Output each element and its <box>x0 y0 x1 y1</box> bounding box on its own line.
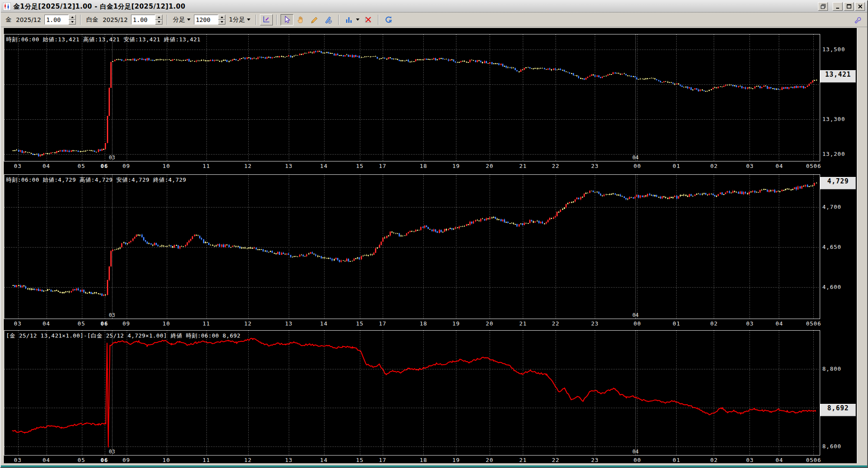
date-label: 03 <box>109 155 115 161</box>
spread-readout: [金 25/12 13,421×1.00]-[白金 25/12 4,729×1.… <box>6 332 240 340</box>
window-title: 金1分足[2025/12]1.00 - 白金1分足[2025/12]1.00 <box>13 3 185 11</box>
close-button[interactable] <box>855 2 865 11</box>
bar-count-down-button[interactable] <box>218 20 225 25</box>
time-axis-label: 04 <box>775 457 783 463</box>
bar-count-up-button[interactable] <box>218 15 225 20</box>
time-axis-label: 09 <box>122 320 130 327</box>
minimize-button[interactable] <box>833 2 843 11</box>
current-price-tag: 13,421 <box>820 70 856 83</box>
time-axis-label: 04 <box>775 163 783 169</box>
time-axis-label: 22 <box>552 457 560 463</box>
time-axis-label: 10 <box>162 320 170 327</box>
current-price-tag: 4,729 <box>820 177 856 189</box>
time-axis-label: 23 <box>591 320 599 327</box>
time-axis-label: 13 <box>285 457 293 463</box>
toolbar-separator <box>256 15 256 25</box>
platinum-1min-series <box>4 175 820 319</box>
bar-type-dropdown[interactable]: 分足 <box>173 16 190 24</box>
time-axis-label: 21 <box>519 457 527 463</box>
cursor-icon <box>283 15 291 24</box>
time-axis-label: 15 <box>356 163 364 169</box>
time-axis-label: 01 <box>673 320 681 327</box>
time-axis-label: 00 <box>634 163 641 169</box>
time-axis-label: 03 <box>746 320 754 327</box>
gold-multiplier-up-button[interactable] <box>69 15 76 20</box>
time-axis-label: 22 <box>552 163 560 169</box>
spread-plot[interactable]: [金 25/12 13,421×1.00]-[白金 25/12 4,729×1.… <box>4 330 820 456</box>
interval-label: 1分足 <box>229 16 245 24</box>
chevron-down-icon <box>187 19 190 21</box>
time-axis-label: 13 <box>285 163 293 169</box>
line-draw-tool-button[interactable] <box>322 14 335 25</box>
time-axis-label: 22 <box>552 320 560 327</box>
cursor-tool-button[interactable] <box>281 14 293 25</box>
platinum-label: 白金 <box>86 16 98 24</box>
y-axis-label: 13,300 <box>822 116 845 122</box>
platinum-multiplier-input[interactable] <box>131 15 155 25</box>
chevron-down-icon <box>247 19 250 21</box>
time-axis-label: 20 <box>486 320 493 327</box>
time-axis-label: 21 <box>519 163 527 169</box>
new-window-button[interactable] <box>818 2 828 11</box>
settings-wrench-button[interactable] <box>851 14 864 25</box>
time-axis-label: 17 <box>379 457 387 463</box>
chart-area: 時刻:06:00 始値:13,421 高値:13,421 安値:13,421 終… <box>4 28 857 463</box>
app-window: 金1分足[2025/12]1.00 - 白金1分足[2025/12]1.00 金 <box>0 0 868 468</box>
maximize-button[interactable] <box>844 2 854 11</box>
time-axis-label: 05 <box>78 320 85 327</box>
time-axis-label: 12 <box>244 457 252 463</box>
delete-drawings-button[interactable] <box>362 14 375 25</box>
time-axis-label: 11 <box>203 457 210 463</box>
time-axis-label: 11 <box>203 320 210 327</box>
hand-icon <box>297 15 305 24</box>
time-axis-label: 03 <box>14 457 22 463</box>
date-label: 04 <box>632 155 638 161</box>
reload-icon: R <box>384 15 393 24</box>
platinum-contract-label: 2025/12 <box>103 16 128 23</box>
date-label: 03 <box>109 312 115 318</box>
chart-type-button[interactable] <box>343 14 356 25</box>
gold-chart-panel: 時刻:06:00 始値:13,421 高値:13,421 安値:13,421 終… <box>4 28 857 171</box>
bar-chart-icon <box>345 15 353 24</box>
time-axis-label: 19 <box>452 163 460 169</box>
hand-tool-button[interactable] <box>294 14 307 25</box>
bar-count-input[interactable] <box>194 15 218 25</box>
time-axis-label: 04 <box>43 457 50 463</box>
platinum-multiplier-up-button[interactable] <box>155 15 162 20</box>
time-axis-label: 17 <box>379 163 387 169</box>
interval-dropdown[interactable]: 1分足 <box>229 16 250 24</box>
gold-time-axis: 0304050609101112131415171819202122230001… <box>4 161 820 171</box>
axis-scale-tool-button[interactable] <box>260 14 273 25</box>
date-label: 03 <box>109 449 115 455</box>
gold-multiplier-input[interactable] <box>44 15 69 25</box>
window-left-border <box>1 28 4 467</box>
platinum-time-axis: 0304050609101112131415171819202122230001… <box>4 319 820 329</box>
platinum-plot[interactable]: 時刻:06:00 始値:4,729 高値:4,729 安値:4,729 終値:4… <box>4 174 820 319</box>
time-axis-label: 11 <box>203 163 210 169</box>
y-axis-label: 13,200 <box>822 151 845 157</box>
svg-text:R: R <box>389 19 392 23</box>
time-axis-label: 04 <box>775 320 783 327</box>
y-axis-label: 13,500 <box>822 46 845 53</box>
toolbar-separator <box>276 15 277 25</box>
time-axis-label: 18 <box>420 320 428 327</box>
gold-plot[interactable]: 時刻:06:00 始値:13,421 高値:13,421 安値:13,421 終… <box>4 34 820 161</box>
y-axis-label: 8,800 <box>822 366 841 372</box>
time-axis-label: 0506 <box>806 320 821 327</box>
time-axis-label: 20 <box>486 163 493 169</box>
chart-type-chevron-icon[interactable] <box>356 19 359 21</box>
window-right-border <box>857 28 867 467</box>
toolbar-separator <box>378 15 379 25</box>
spread-price-axis: 8,8008,7008,6008,692 <box>820 330 857 456</box>
time-axis-label: 03 <box>14 163 22 169</box>
pencil-tool-button[interactable] <box>308 14 321 25</box>
toolbar-separator <box>80 15 81 25</box>
time-axis-label: 10 <box>162 457 170 463</box>
platinum-chart-panel: 時刻:06:00 始値:4,729 高値:4,729 安値:4,729 終値:4… <box>4 174 857 329</box>
y-axis-label: 4,650 <box>822 244 841 250</box>
title-bar[interactable]: 金1分足[2025/12]1.00 - 白金1分足[2025/12]1.00 <box>1 1 867 12</box>
platinum-multiplier-down-button[interactable] <box>155 20 162 25</box>
time-axis-label: 05 <box>78 163 85 169</box>
gold-multiplier-down-button[interactable] <box>69 20 76 25</box>
reload-button[interactable]: R <box>382 14 395 25</box>
